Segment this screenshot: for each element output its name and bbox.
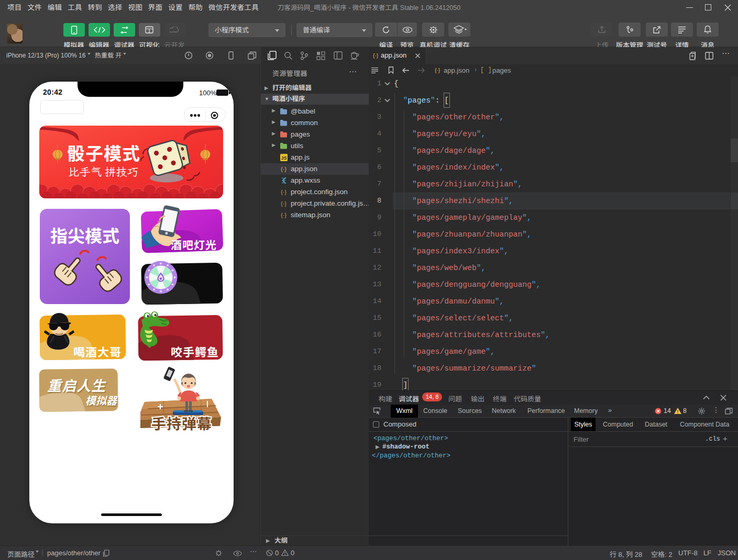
svg-text:{·}: {·} xyxy=(373,53,379,59)
svg-text:{·}: {·} xyxy=(281,189,287,195)
svg-text:手持弹幕: 手持弹幕 xyxy=(151,412,212,432)
svg-text:{·}: {·} xyxy=(435,68,440,73)
svg-text:{·}: {·} xyxy=(281,166,287,172)
svg-text:骰子模式: 骰子模式 xyxy=(67,140,140,165)
svg-text:{·}: {·} xyxy=(281,200,287,207)
svg-text:{·}: {·} xyxy=(281,212,287,218)
svg-text:比手气 拼技巧: 比手气 拼技巧 xyxy=(68,164,138,179)
svg-text:JS: JS xyxy=(281,155,287,161)
